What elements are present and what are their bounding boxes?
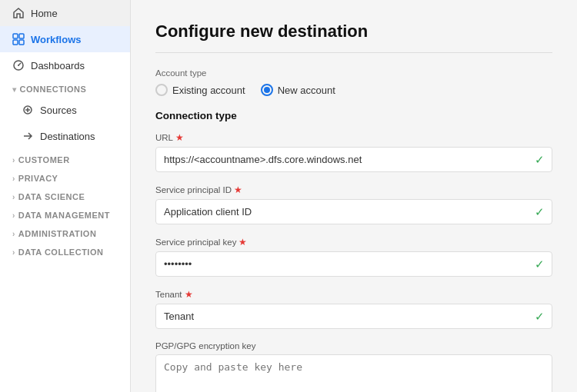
- svg-rect-3: [19, 40, 24, 45]
- chevron-right-icon: ›: [12, 156, 15, 164]
- field-group-url: URL ★ ✓: [155, 132, 552, 172]
- sidebar-section-data-collection[interactable]: › DATA COLLECTION: [0, 241, 130, 260]
- service-principal-id-input[interactable]: [155, 199, 552, 224]
- url-input[interactable]: [155, 147, 552, 172]
- field-group-tenant: Tenant ★ ✓: [155, 289, 552, 329]
- field-group-service-principal-id: Service principal ID ★ ✓: [155, 184, 552, 224]
- sidebar-item-destinations[interactable]: Destinations: [0, 123, 130, 149]
- tenant-input-wrap: ✓: [155, 304, 552, 329]
- tenant-input[interactable]: [155, 304, 552, 329]
- chevron-right-icon-3: ›: [12, 193, 15, 201]
- service-principal-id-label: Service principal ID ★: [155, 184, 552, 195]
- pgp-label: PGP/GPG encryption key: [155, 341, 552, 350]
- spk-required: ★: [238, 237, 247, 247]
- page-title: Configure new destination: [155, 22, 552, 53]
- service-principal-key-label: Service principal key ★: [155, 237, 552, 247]
- chevron-right-icon-4: ›: [12, 211, 15, 220]
- radio-new-account[interactable]: New account: [261, 84, 335, 96]
- svg-rect-0: [13, 34, 18, 38]
- svg-point-5: [18, 65, 19, 66]
- sidebar-item-dashboards[interactable]: Dashboards: [0, 52, 130, 78]
- radio-new-circle: [261, 84, 273, 96]
- spk-check-icon: ✓: [535, 257, 545, 271]
- account-type-label: Account type: [155, 68, 552, 78]
- service-principal-id-wrap: ✓: [155, 199, 552, 224]
- chevron-down-icon: ▾: [12, 85, 17, 94]
- radio-group: Existing account New account: [155, 84, 552, 96]
- spi-check-icon: ✓: [535, 205, 545, 219]
- svg-rect-1: [19, 34, 24, 38]
- service-principal-key-wrap: ✓: [155, 251, 552, 277]
- home-icon: [12, 7, 25, 19]
- sidebar-section-administration[interactable]: › ADMINISTRATION: [0, 223, 130, 241]
- url-check-icon: ✓: [535, 153, 545, 167]
- spi-required: ★: [234, 184, 242, 195]
- tenant-label: Tenant ★: [155, 289, 552, 300]
- workflows-icon: [12, 33, 25, 45]
- field-group-pgp: PGP/GPG encryption key: [155, 341, 552, 392]
- sidebar-section-customer[interactable]: › CUSTOMER: [0, 149, 130, 168]
- chevron-right-icon-5: ›: [12, 230, 15, 238]
- url-label: URL ★: [155, 132, 552, 143]
- sidebar-section-connections[interactable]: ▾ CONNECTIONS: [0, 78, 130, 97]
- connection-type-title: Connection type: [155, 110, 552, 121]
- sidebar-section-data-management[interactable]: › DATA MANAGEMENT: [0, 204, 130, 223]
- sources-icon: [22, 104, 34, 116]
- dashboards-icon: [12, 59, 25, 71]
- tenant-check-icon: ✓: [535, 310, 545, 324]
- sidebar: Home Workflows Dashboards ▾ CONNECTIONS: [0, 0, 131, 392]
- account-type-section: Account type Existing account New accoun…: [155, 68, 552, 96]
- sidebar-item-workflows[interactable]: Workflows: [0, 26, 130, 52]
- service-principal-key-input[interactable]: [155, 251, 552, 277]
- sidebar-section-data-science[interactable]: › DATA SCIENCE: [0, 186, 130, 204]
- sidebar-item-home[interactable]: Home: [0, 0, 130, 26]
- svg-rect-2: [13, 40, 18, 45]
- url-input-wrap: ✓: [155, 147, 552, 172]
- sidebar-item-sources[interactable]: Sources: [0, 97, 130, 123]
- sidebar-section-privacy[interactable]: › PRIVACY: [0, 168, 130, 186]
- destinations-icon: [22, 130, 34, 142]
- chevron-right-icon-2: ›: [12, 174, 15, 183]
- chevron-right-icon-6: ›: [12, 248, 15, 257]
- field-group-service-principal-key: Service principal key ★ ✓: [155, 237, 552, 277]
- radio-existing-account[interactable]: Existing account: [155, 84, 245, 96]
- url-required: ★: [175, 132, 184, 143]
- main-content: Configure new destination Account type E…: [131, 0, 577, 392]
- radio-existing-circle: [155, 84, 168, 96]
- pgp-textarea[interactable]: [155, 354, 552, 392]
- tenant-required: ★: [185, 289, 193, 300]
